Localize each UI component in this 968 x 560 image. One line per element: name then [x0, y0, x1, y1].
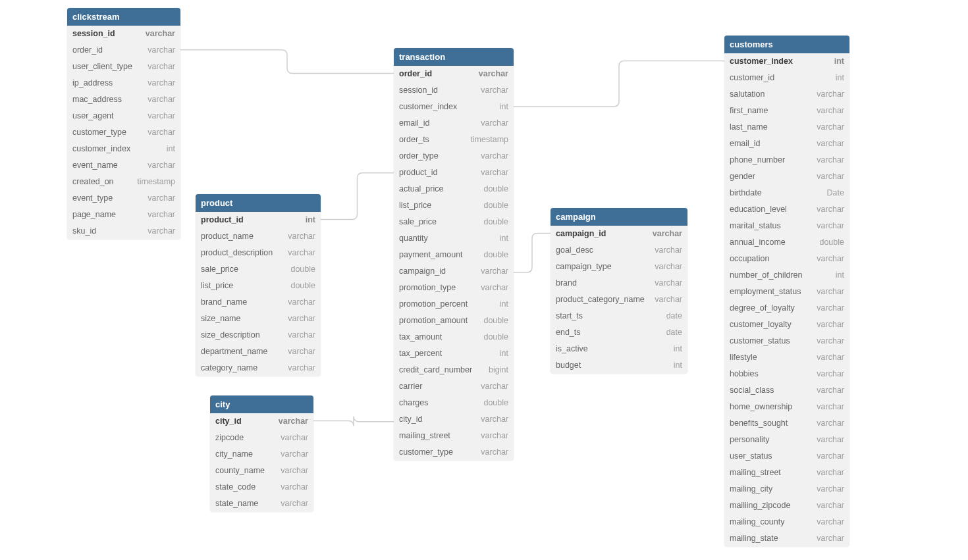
column-row[interactable]: quantityint	[394, 230, 514, 247]
column-row[interactable]: mailing_cityvarchar	[724, 481, 849, 497]
table-header[interactable]: city	[210, 395, 313, 413]
column-row[interactable]: county_namevarchar	[210, 463, 313, 479]
column-row[interactable]: user_statusvarchar	[724, 448, 849, 465]
table-header[interactable]: customers	[724, 36, 849, 53]
column-row[interactable]: promotion_percentint	[394, 296, 514, 313]
table-product[interactable]: productproduct_idintproduct_namevarcharp…	[196, 194, 321, 376]
column-row[interactable]: education_levelvarchar	[724, 201, 849, 218]
column-row[interactable]: promotion_typevarchar	[394, 280, 514, 296]
column-row[interactable]: city_idvarchar	[394, 411, 514, 428]
column-row[interactable]: email_idvarchar	[394, 115, 514, 132]
column-row[interactable]: lifestylevarchar	[724, 349, 849, 366]
column-row[interactable]: user_agentvarchar	[67, 108, 180, 124]
column-row[interactable]: sale_pricedouble	[196, 261, 321, 278]
column-row[interactable]: home_ownershipvarchar	[724, 399, 849, 415]
column-row[interactable]: customer_statusvarchar	[724, 333, 849, 349]
table-header[interactable]: product	[196, 194, 321, 212]
column-row[interactable]: order_typevarchar	[394, 148, 514, 165]
column-row[interactable]: campaign_idvarchar	[551, 226, 687, 242]
column-row[interactable]: annual_incomedouble	[724, 234, 849, 251]
column-row[interactable]: social_classvarchar	[724, 382, 849, 399]
table-header[interactable]: transaction	[394, 48, 514, 66]
column-row[interactable]: sale_pricedouble	[394, 214, 514, 230]
column-row[interactable]: email_idvarchar	[724, 136, 849, 152]
column-row[interactable]: list_pricedouble	[196, 278, 321, 294]
column-row[interactable]: marital_statusvarchar	[724, 218, 849, 234]
table-customers[interactable]: customerscustomer_indexintcustomer_idint…	[724, 36, 849, 547]
column-row[interactable]: category_namevarchar	[196, 360, 321, 376]
column-row[interactable]: size_descriptionvarchar	[196, 327, 321, 344]
column-row[interactable]: budgetint	[551, 357, 687, 374]
column-row[interactable]: mailing_statevarchar	[724, 530, 849, 547]
column-row[interactable]: customer_typevarchar	[394, 444, 514, 461]
column-row[interactable]: created_ontimestamp	[67, 174, 180, 190]
column-row[interactable]: event_namevarchar	[67, 157, 180, 174]
column-row[interactable]: gendervarchar	[724, 168, 849, 185]
column-row[interactable]: user_client_typevarchar	[67, 59, 180, 75]
column-row[interactable]: end_tsdate	[551, 324, 687, 341]
column-row[interactable]: customer_indexint	[394, 99, 514, 115]
column-row[interactable]: actual_pricedouble	[394, 181, 514, 197]
column-row[interactable]: occupationvarchar	[724, 251, 849, 267]
column-row[interactable]: order_tstimestamp	[394, 132, 514, 148]
column-row[interactable]: hobbiesvarchar	[724, 366, 849, 382]
column-row[interactable]: number_of_childrenint	[724, 267, 849, 284]
column-row[interactable]: city_idvarchar	[210, 413, 313, 430]
column-row[interactable]: is_activeint	[551, 341, 687, 357]
column-row[interactable]: first_namevarchar	[724, 103, 849, 119]
column-row[interactable]: order_idvarchar	[394, 66, 514, 82]
column-row[interactable]: customer_idint	[724, 70, 849, 86]
column-row[interactable]: payment_amountdouble	[394, 247, 514, 263]
table-clickstream[interactable]: clickstreamsession_idvarcharorder_idvarc…	[67, 8, 180, 240]
column-row[interactable]: size_namevarchar	[196, 311, 321, 327]
column-row[interactable]: session_idvarchar	[67, 26, 180, 42]
table-city[interactable]: citycity_idvarcharzipcodevarcharcity_nam…	[210, 395, 313, 512]
column-row[interactable]: carriervarchar	[394, 378, 514, 395]
column-row[interactable]: campaign_idvarchar	[394, 263, 514, 280]
column-row[interactable]: personalityvarchar	[724, 432, 849, 448]
column-row[interactable]: employment_statusvarchar	[724, 284, 849, 300]
column-row[interactable]: event_typevarchar	[67, 190, 180, 207]
column-row[interactable]: salutationvarchar	[724, 86, 849, 103]
column-row[interactable]: list_pricedouble	[394, 197, 514, 214]
column-row[interactable]: goal_descvarchar	[551, 242, 687, 259]
column-row[interactable]: order_idvarchar	[67, 42, 180, 59]
column-row[interactable]: brand_namevarchar	[196, 294, 321, 311]
column-row[interactable]: state_namevarchar	[210, 496, 313, 512]
column-row[interactable]: product_descriptionvarchar	[196, 245, 321, 261]
column-row[interactable]: session_idvarchar	[394, 82, 514, 99]
column-row[interactable]: birthdateDate	[724, 185, 849, 201]
column-row[interactable]: credit_card_numberbigint	[394, 362, 514, 378]
column-row[interactable]: department_namevarchar	[196, 344, 321, 360]
column-row[interactable]: city_namevarchar	[210, 446, 313, 463]
column-row[interactable]: customer_indexint	[67, 141, 180, 157]
column-row[interactable]: product_namevarchar	[196, 228, 321, 245]
column-row[interactable]: customer_typevarchar	[67, 124, 180, 141]
column-row[interactable]: degree_of_loyaltyvarchar	[724, 300, 849, 317]
column-row[interactable]: product_idvarchar	[394, 165, 514, 181]
column-row[interactable]: ip_addressvarchar	[67, 75, 180, 91]
column-row[interactable]: last_namevarchar	[724, 119, 849, 136]
column-row[interactable]: product_idint	[196, 212, 321, 228]
column-row[interactable]: zipcodevarchar	[210, 430, 313, 446]
column-row[interactable]: campaign_typevarchar	[551, 259, 687, 275]
column-row[interactable]: start_tsdate	[551, 308, 687, 324]
table-header[interactable]: campaign	[551, 208, 687, 226]
table-campaign[interactable]: campaigncampaign_idvarchargoal_descvarch…	[551, 208, 687, 374]
column-row[interactable]: customer_indexint	[724, 53, 849, 70]
column-row[interactable]: promotion_amountdouble	[394, 313, 514, 329]
column-row[interactable]: mailing_countyvarchar	[724, 514, 849, 530]
column-row[interactable]: tax_amountdouble	[394, 329, 514, 345]
column-row[interactable]: sku_idvarchar	[67, 223, 180, 240]
column-row[interactable]: mac_addressvarchar	[67, 91, 180, 108]
column-row[interactable]: customer_loyaltyvarchar	[724, 317, 849, 333]
column-row[interactable]: tax_percentint	[394, 345, 514, 362]
column-row[interactable]: phone_numbervarchar	[724, 152, 849, 168]
table-transaction[interactable]: transactionorder_idvarcharsession_idvarc…	[394, 48, 514, 461]
column-row[interactable]: mailiing_zipcodevarchar	[724, 497, 849, 514]
column-row[interactable]: mailing_streetvarchar	[724, 465, 849, 481]
column-row[interactable]: product_category_namevarchar	[551, 292, 687, 308]
column-row[interactable]: state_codevarchar	[210, 479, 313, 496]
column-row[interactable]: brandvarchar	[551, 275, 687, 292]
column-row[interactable]: chargesdouble	[394, 395, 514, 411]
